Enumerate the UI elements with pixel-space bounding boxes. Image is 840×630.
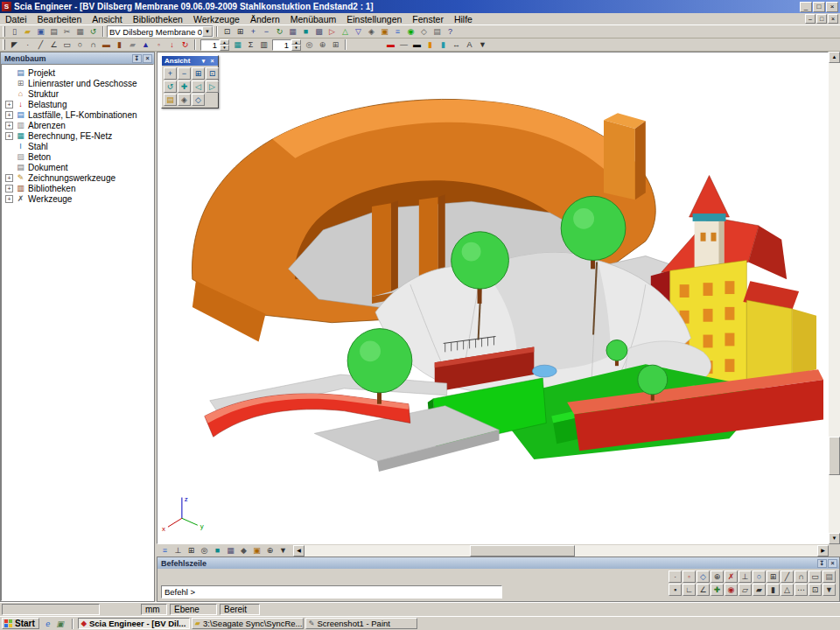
tree-item[interactable]: + ▤ Lastfälle, LF-Kombinationen xyxy=(5,109,153,120)
pin-icon[interactable]: ↧ xyxy=(132,54,142,63)
minimize-button[interactable]: _ xyxy=(800,2,812,12)
tree-item[interactable]: + ▥ Abrenzen xyxy=(5,120,153,130)
tree-item[interactable]: + ▥ Bibliotheken xyxy=(5,183,153,193)
polar-mode-icon[interactable]: ∠ xyxy=(696,584,710,596)
tree-item[interactable]: + ✎ Zeichnungswerkzeuge xyxy=(5,172,153,183)
help-icon[interactable]: ? xyxy=(444,25,457,38)
moment-icon[interactable]: ↻ xyxy=(178,38,192,51)
projection-icon[interactable]: ◇ xyxy=(192,94,205,106)
tree-item[interactable]: ⊞ Linienraster und Geschosse xyxy=(5,78,153,88)
wireframe-toggle-icon[interactable]: ▦ xyxy=(224,544,237,556)
spinner-down-icon[interactable]: ▼ xyxy=(291,45,301,51)
coords-toggle-icon[interactable]: ⊕ xyxy=(263,544,276,556)
toolbar-grip[interactable] xyxy=(3,26,5,37)
snap-grid-icon[interactable]: ⊞ xyxy=(766,570,780,583)
line-type-icon[interactable]: — xyxy=(397,38,410,51)
tree-item[interactable]: + ✗ Werkzeuge xyxy=(5,193,153,204)
magnet-icon[interactable]: ◉ xyxy=(724,584,738,596)
mesh-icon[interactable]: ▦ xyxy=(231,38,244,51)
snap-toggle-icon[interactable]: ◎ xyxy=(198,544,211,556)
maximize-button[interactable]: □ xyxy=(813,2,825,12)
zoom-window-icon[interactable]: ⊞ xyxy=(234,25,247,38)
coord-input-icon[interactable]: ⊕ xyxy=(316,38,329,51)
dot-grid-icon[interactable]: ⋯ xyxy=(794,584,808,596)
next-view-icon[interactable]: ▷ xyxy=(206,80,219,93)
plate-icon[interactable]: ▰ xyxy=(126,38,139,51)
menu-item[interactable]: Ansicht xyxy=(87,13,127,25)
solver-icon[interactable]: Σ xyxy=(244,38,257,51)
new-document-icon[interactable]: ▯ xyxy=(8,25,21,38)
dimension-icon[interactable]: ↔ xyxy=(450,38,463,51)
zoom-in-icon[interactable]: + xyxy=(164,67,177,80)
command-input[interactable]: Befehl > xyxy=(161,585,502,598)
toolbar-grip[interactable] xyxy=(3,39,5,50)
tree-item[interactable]: ▨ Beton xyxy=(5,151,153,162)
snap-point-icon[interactable]: ∙ xyxy=(668,570,682,583)
properties-icon[interactable]: ▤ xyxy=(430,25,444,38)
snap-endpoint-icon[interactable]: ◦ xyxy=(682,570,696,583)
plane-yz-icon[interactable]: ▮ xyxy=(766,584,780,596)
circle-icon[interactable]: ○ xyxy=(74,38,87,51)
section-toggle-icon[interactable]: ▣ xyxy=(250,544,263,556)
text-style-icon[interactable]: A xyxy=(463,38,476,51)
print-icon[interactable]: ▤ xyxy=(47,25,60,38)
pointer-icon[interactable]: ◤ xyxy=(8,38,21,51)
tree-expander-icon[interactable]: + xyxy=(5,195,13,203)
zoom-window-icon[interactable]: ⊞ xyxy=(192,67,205,80)
menu-item[interactable]: Ändern xyxy=(245,13,285,25)
rotate-view-icon[interactable]: ↺ xyxy=(164,80,177,93)
close-button[interactable]: × xyxy=(826,2,838,12)
node-icon[interactable]: ∙ xyxy=(21,38,34,51)
ortho-mode-icon[interactable]: ∟ xyxy=(682,584,696,596)
tree-item[interactable]: ⌂ Struktur xyxy=(5,88,153,99)
scroll-down-icon[interactable]: ▼ xyxy=(829,533,840,544)
snap-tangent-icon[interactable]: ○ xyxy=(752,570,766,583)
horizontal-scrollbar-thumb[interactable] xyxy=(470,545,575,556)
snap-line-icon[interactable]: ╱ xyxy=(780,570,794,583)
hinge-icon[interactable]: ◦ xyxy=(152,38,165,51)
support-icon[interactable]: ▲ xyxy=(139,38,152,51)
clipping-box-icon[interactable]: ▣ xyxy=(378,25,391,38)
menu-item[interactable]: Einstellungen xyxy=(341,13,407,25)
hidden-lines-icon[interactable]: ▩ xyxy=(312,25,326,38)
save-icon[interactable]: ▣ xyxy=(34,25,47,38)
cut-icon[interactable]: ✂ xyxy=(60,25,74,38)
vertical-scrollbar[interactable]: ▲ ▼ xyxy=(829,52,840,544)
tree-expander-icon[interactable]: + xyxy=(5,111,13,119)
ucs-icon[interactable]: △ xyxy=(780,584,794,596)
shadow-toggle-icon[interactable]: ◆ xyxy=(237,544,250,556)
zoom-all-icon[interactable]: ⊡ xyxy=(220,25,234,38)
spinner-down-icon[interactable]: ▼ xyxy=(220,45,229,51)
scroll-up-icon[interactable]: ▲ xyxy=(829,52,840,63)
spinner-value[interactable]: 1 xyxy=(272,39,291,51)
previous-view-icon[interactable]: ◁ xyxy=(192,80,205,93)
snap-orthogonal-icon[interactable]: ⊥ xyxy=(738,570,752,583)
zoom-all-icon[interactable]: ⊡ xyxy=(206,67,219,80)
axonometric-icon[interactable]: ◈ xyxy=(365,25,378,38)
menu-item[interactable]: Bibliotheken xyxy=(128,13,188,25)
beam-icon[interactable]: ▬ xyxy=(100,38,113,51)
plane-xz-icon[interactable]: ▰ xyxy=(752,584,766,596)
close-icon[interactable]: × xyxy=(143,54,152,63)
render-mode-icon[interactable]: ◈ xyxy=(178,94,191,106)
wireframe-icon[interactable]: ▦ xyxy=(286,25,299,38)
redraw-icon[interactable]: ↻ xyxy=(273,25,286,38)
taskbar-task-button[interactable]: ◆ Scia Engineer - [BV Dil... xyxy=(78,618,190,629)
snap-menu-icon[interactable]: ▼ xyxy=(822,584,836,596)
scroll-left-icon[interactable]: ◀ xyxy=(293,545,304,556)
pan-view-icon[interactable]: ✚ xyxy=(178,80,191,93)
close-icon[interactable]: × xyxy=(828,559,837,568)
viewport-layers-icon[interactable]: ≡ xyxy=(158,544,172,556)
plane-xy-icon[interactable]: ▱ xyxy=(738,584,752,596)
grid-toggle-icon[interactable]: ⊞ xyxy=(185,544,198,556)
vertical-scrollbar-thumb[interactable] xyxy=(829,437,840,475)
taskbar-task-button[interactable]: ▰ 3:\Seagate Sync\SyncRe... xyxy=(192,618,304,629)
status-plane-cell[interactable]: Ebene XY xyxy=(170,604,217,615)
menu-item[interactable]: Hilfe xyxy=(449,13,478,25)
pin-icon[interactable]: ↧ xyxy=(817,559,827,568)
column-icon[interactable]: ▮ xyxy=(113,38,126,51)
snap-edge-icon[interactable]: ▭ xyxy=(808,570,822,583)
activity-icon[interactable]: ◉ xyxy=(404,25,417,38)
copy-icon[interactable]: ▦ xyxy=(74,25,87,38)
layers-icon[interactable]: ≡ xyxy=(391,25,404,38)
